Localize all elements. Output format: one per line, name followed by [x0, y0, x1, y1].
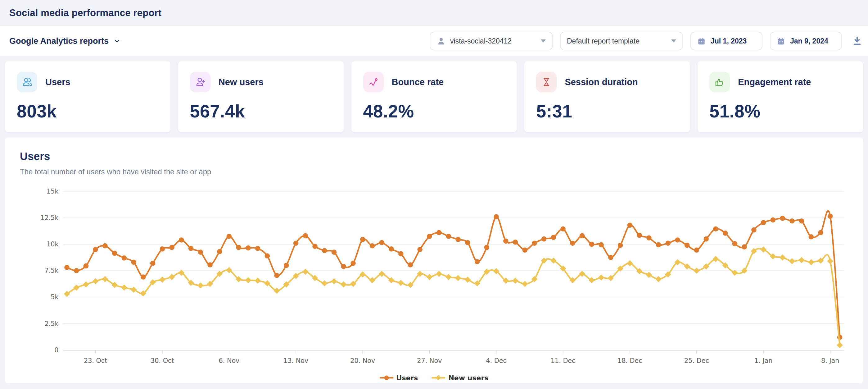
toolbar-controls: vista-social-320412 Default report templ…	[430, 32, 865, 50]
stat-label: Session duration	[565, 77, 638, 87]
svg-text:10k: 10k	[46, 241, 58, 248]
svg-text:13. Nov: 13. Nov	[283, 357, 308, 364]
svg-text:18. Dec: 18. Dec	[617, 357, 642, 364]
bounce-trend-icon	[363, 72, 384, 92]
users-icon	[17, 72, 37, 92]
chart-subtitle: The total number of users who have visit…	[20, 167, 848, 176]
svg-text:4. Dec: 4. Dec	[486, 357, 507, 364]
legend-label: Users	[397, 374, 418, 382]
legend-marker-users-icon	[380, 375, 393, 381]
download-button[interactable]	[849, 32, 865, 50]
toolbar: Google Analytics reports vista-social-32…	[0, 26, 868, 56]
svg-text:8. Jan: 8. Jan	[821, 357, 839, 364]
select-caret-icon	[671, 39, 676, 43]
svg-text:6. Nov: 6. Nov	[219, 357, 240, 364]
stat-label: Bounce rate	[392, 77, 444, 87]
svg-text:20. Nov: 20. Nov	[350, 357, 375, 364]
stat-card-new-users: New users 567.4k	[178, 61, 344, 132]
select-caret-icon	[541, 39, 546, 43]
svg-text:30. Oct: 30. Oct	[151, 357, 174, 364]
svg-text:0: 0	[54, 346, 58, 354]
date-from-picker[interactable]: Jul 1, 2023	[690, 32, 763, 50]
stat-label: Users	[45, 77, 70, 87]
calendar-icon	[697, 37, 706, 45]
stat-label: Engagement rate	[738, 77, 811, 87]
stat-value: 567.4k	[190, 101, 332, 121]
legend-item-users[interactable]: Users	[380, 374, 418, 382]
stat-card-bounce-rate: Bounce rate 48.2%	[351, 61, 517, 132]
svg-text:5k: 5k	[51, 293, 58, 301]
stat-cards-row: Users 803k New users 567.4k	[5, 61, 863, 132]
template-select-value: Default report template	[567, 37, 640, 45]
legend-marker-new-users-icon	[432, 375, 445, 381]
svg-text:7.5k: 7.5k	[45, 267, 59, 274]
svg-text:23. Oct: 23. Oct	[84, 357, 107, 364]
chart-title: Users	[20, 150, 848, 163]
chart-legend: Users New users	[20, 374, 848, 382]
stat-value: 5:31	[536, 101, 678, 121]
legend-label: New users	[448, 374, 488, 382]
stat-card-session-duration: Session duration 5:31	[524, 61, 690, 132]
svg-text:2.5k: 2.5k	[45, 320, 59, 328]
svg-text:27. Nov: 27. Nov	[417, 357, 442, 364]
svg-text:25. Dec: 25. Dec	[684, 357, 709, 364]
users-chart: 02.5k5k7.5k10k12.5k15k23. Oct30. Oct6. N…	[20, 183, 848, 371]
stat-card-users: Users 803k	[5, 61, 170, 132]
date-to-value: Jan 9, 2024	[790, 37, 828, 45]
svg-text:1. Jan: 1. Jan	[754, 357, 772, 364]
template-select[interactable]: Default report template	[560, 32, 683, 50]
stat-card-engagement-rate: Engagement rate 51.8%	[698, 61, 863, 132]
page-title: Social media performance report	[9, 7, 161, 19]
calendar-icon	[777, 37, 785, 45]
chevron-down-icon	[114, 37, 120, 45]
svg-text:12.5k: 12.5k	[40, 214, 58, 222]
report-type-label: Google Analytics reports	[9, 36, 108, 46]
user-plus-icon	[190, 72, 211, 92]
report-type-dropdown[interactable]: Google Analytics reports	[9, 36, 120, 46]
stat-value: 51.8%	[709, 101, 851, 121]
stat-value: 48.2%	[363, 101, 505, 121]
profile-select[interactable]: vista-social-320412	[430, 32, 553, 50]
page-header: Social media performance report	[0, 0, 868, 26]
chart-card: Users The total number of users who have…	[5, 138, 863, 383]
stat-label: New users	[219, 77, 264, 87]
svg-text:15k: 15k	[46, 188, 58, 195]
hourglass-icon	[536, 72, 557, 92]
svg-text:11. Dec: 11. Dec	[551, 357, 576, 364]
stat-value: 803k	[17, 101, 159, 121]
download-icon	[851, 35, 863, 47]
profile-select-value: vista-social-320412	[450, 37, 512, 45]
date-to-picker[interactable]: Jan 9, 2024	[770, 32, 842, 50]
date-from-value: Jul 1, 2023	[711, 37, 747, 45]
legend-item-new-users[interactable]: New users	[432, 374, 488, 382]
person-icon	[436, 36, 446, 46]
thumbs-up-icon	[709, 72, 730, 92]
